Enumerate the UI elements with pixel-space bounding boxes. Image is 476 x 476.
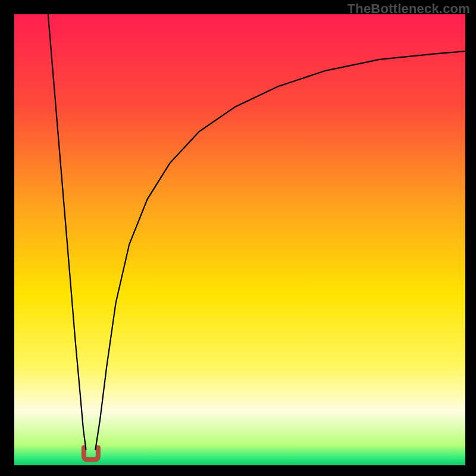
chart-stage: TheBottleneck.com xyxy=(0,0,476,476)
watermark-text: TheBottleneck.com xyxy=(347,1,470,17)
chart-svg xyxy=(0,0,476,476)
plot-area xyxy=(14,14,465,465)
